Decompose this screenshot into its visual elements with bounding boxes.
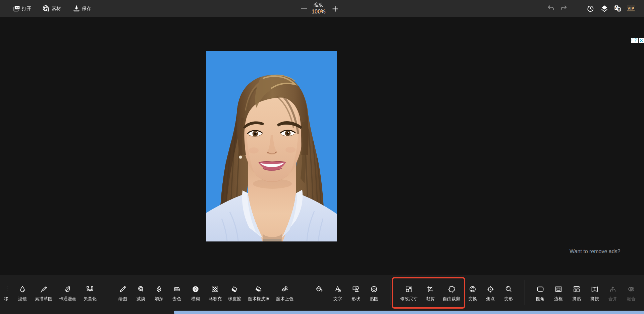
svg-text:VIP: VIP [628,6,634,10]
svg-text:文: 文 [618,8,621,11]
